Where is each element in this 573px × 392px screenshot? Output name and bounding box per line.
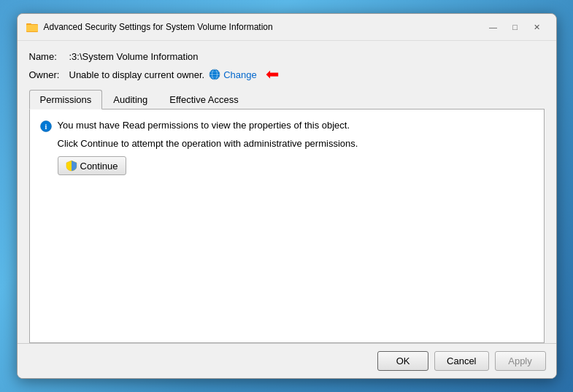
window-title: Advanced Security Settings for System Vo… — [44, 22, 273, 32]
main-window: Advanced Security Settings for System Vo… — [17, 13, 557, 379]
ok-button[interactable]: OK — [377, 351, 428, 371]
title-bar: Advanced Security Settings for System Vo… — [18, 14, 556, 41]
click-continue-text: Click Continue to attempt the operation … — [58, 138, 534, 149]
change-owner-link[interactable]: Change — [223, 69, 257, 80]
name-value: :3:\System Volume Information — [69, 51, 199, 62]
info-icon: i — [40, 120, 52, 132]
minimize-button[interactable]: — — [483, 20, 504, 34]
main-panel: i You must have Read permissions to view… — [29, 109, 545, 343]
svg-rect-2 — [26, 25, 38, 31]
apply-button[interactable]: Apply — [495, 351, 546, 371]
maximize-button[interactable]: □ — [505, 20, 526, 34]
svg-text:i: i — [45, 123, 47, 131]
info-row: i You must have Read permissions to view… — [40, 120, 534, 132]
header-content: Name: :3:\System Volume Information Owne… — [18, 41, 556, 109]
cancel-button[interactable]: Cancel — [434, 351, 488, 371]
tab-permissions[interactable]: Permissions — [29, 90, 103, 109]
uac-shield-icon — [66, 160, 77, 172]
name-row: Name: :3:\System Volume Information — [29, 51, 545, 62]
tab-effective-access[interactable]: Effective Access — [158, 90, 249, 109]
tab-auditing[interactable]: Auditing — [102, 90, 158, 109]
globe-icon — [209, 69, 220, 80]
close-button[interactable]: ✕ — [527, 20, 547, 34]
folder-icon — [26, 21, 38, 33]
info-message: You must have Read permissions to view t… — [58, 120, 350, 131]
owner-row: Owner: Unable to display current owner. … — [29, 66, 545, 82]
title-controls: — □ ✕ — [483, 20, 547, 34]
continue-button-label: Continue — [80, 161, 118, 172]
continue-button[interactable]: Continue — [58, 156, 126, 175]
red-arrow-indicator: ⬅︎ — [266, 66, 279, 82]
owner-value: Unable to display current owner. — [69, 69, 205, 80]
tab-bar: Permissions Auditing Effective Access — [29, 90, 545, 109]
name-label: Name: — [29, 51, 69, 62]
bottom-strip: OK Cancel Apply — [18, 343, 556, 378]
owner-label: Owner: — [29, 69, 69, 80]
title-bar-left: Advanced Security Settings for System Vo… — [26, 21, 273, 33]
